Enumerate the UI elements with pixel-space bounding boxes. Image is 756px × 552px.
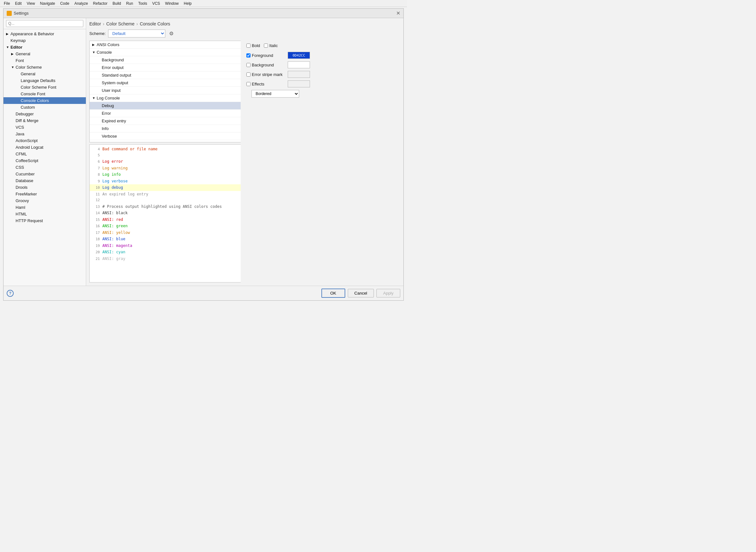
- color-tree-ansi[interactable]: ▶ ANSI Colors: [90, 41, 241, 49]
- sidebar-item-cs-font[interactable]: Color Scheme Font: [3, 84, 86, 91]
- menu-edit[interactable]: Edit: [12, 1, 24, 6]
- apply-button[interactable]: Apply: [376, 289, 400, 297]
- arrow-icon: [11, 146, 16, 149]
- menu-tools[interactable]: Tools: [136, 1, 150, 6]
- color-tree-log-console[interactable]: ▼ Log Console: [90, 94, 241, 102]
- effects-style-select[interactable]: Bordered Underline Bold Underline Strike…: [251, 90, 299, 98]
- foreground-checkbox[interactable]: [246, 53, 251, 57]
- sidebar-item-vcs[interactable]: VCS: [3, 124, 86, 131]
- color-tree-user-input[interactable]: User input: [90, 87, 241, 94]
- color-tree-error-output[interactable]: Error output: [90, 64, 241, 72]
- menu-refactor[interactable]: Refactor: [91, 1, 110, 6]
- menu-navigate[interactable]: Navigate: [37, 1, 57, 6]
- color-tree-system-output[interactable]: System output: [90, 79, 241, 87]
- sidebar-item-label: HTML: [16, 212, 27, 217]
- color-tree-background[interactable]: Background: [90, 56, 241, 64]
- color-tree-warning[interactable]: Warning: [90, 140, 241, 142]
- color-tree-info[interactable]: Info: [90, 125, 241, 133]
- menu-code[interactable]: Code: [57, 1, 72, 6]
- help-button[interactable]: ?: [7, 290, 14, 297]
- sidebar-item-css[interactable]: CSS: [3, 164, 86, 171]
- sidebar-item-actionscript[interactable]: ActionScript: [3, 137, 86, 144]
- color-tree-console[interactable]: ▼ Console: [90, 49, 241, 56]
- preview-text: Log error: [102, 159, 123, 164]
- sidebar-item-cfml[interactable]: CFML: [3, 151, 86, 157]
- color-tree-expired-entry[interactable]: Expired entry: [90, 117, 241, 125]
- sidebar-item-label: Language Defaults: [21, 78, 55, 83]
- sidebar-item-debugger[interactable]: Debugger: [3, 111, 86, 117]
- scheme-select[interactable]: Default Classic Light Darcula High contr…: [108, 29, 165, 37]
- background-label[interactable]: Background: [246, 62, 288, 67]
- color-tree-label: System output: [102, 81, 128, 85]
- sidebar-item-database[interactable]: Database: [3, 177, 86, 184]
- menu-help[interactable]: Help: [181, 1, 194, 6]
- dialog-body: ▶ Appearance & Behavior Keymap ▼ Editor …: [3, 18, 403, 286]
- preview-scroll[interactable]: 4 Bad command or file name 5 6 Log error: [90, 145, 241, 282]
- sidebar-item-console-font[interactable]: Console Font: [3, 91, 86, 97]
- sidebar-item-label: Keymap: [10, 38, 26, 43]
- sidebar-item-label: CSS: [16, 165, 24, 170]
- preview-line: 14 ANSI: black: [90, 210, 241, 217]
- sidebar-item-font[interactable]: Font: [3, 57, 86, 64]
- bold-checkbox[interactable]: [246, 43, 251, 48]
- sidebar-item-cs-general[interactable]: General: [3, 71, 86, 77]
- sidebar-item-diff-merge[interactable]: Diff & Merge: [3, 117, 86, 124]
- color-tree-label: Standard output: [102, 73, 131, 78]
- color-tree-standard-output[interactable]: Standard output: [90, 72, 241, 79]
- error-stripe-label[interactable]: Error stripe mark: [246, 72, 288, 77]
- sidebar-item-color-scheme[interactable]: ▼ Color Scheme: [3, 64, 86, 71]
- color-tree-error[interactable]: Error: [90, 110, 241, 117]
- background-color-swatch[interactable]: [288, 61, 310, 68]
- scheme-gear-button[interactable]: ⚙: [168, 30, 175, 37]
- sidebar-item-editor[interactable]: ▼ Editor: [3, 44, 86, 50]
- effects-label[interactable]: Effects: [246, 82, 288, 87]
- arrow-icon: [97, 66, 102, 69]
- menu-analyze[interactable]: Analyze: [72, 1, 91, 6]
- line-number: 17: [91, 231, 100, 236]
- sidebar-item-cucumber[interactable]: Cucumber: [3, 171, 86, 177]
- preview-text: Log verbose: [102, 178, 127, 184]
- menu-window[interactable]: Window: [162, 1, 181, 6]
- sidebar-item-http-request[interactable]: HTTP Request: [3, 218, 86, 224]
- arrow-icon: [97, 112, 102, 115]
- background-checkbox[interactable]: [246, 63, 251, 67]
- sidebar-item-groovy[interactable]: Groovy: [3, 197, 86, 204]
- menu-file[interactable]: File: [1, 1, 12, 6]
- menu-run[interactable]: Run: [124, 1, 136, 6]
- menu-build[interactable]: Build: [110, 1, 124, 6]
- sidebar-item-console-colors[interactable]: Console Colors: [3, 97, 86, 104]
- bold-checkbox-label[interactable]: Bold: [246, 43, 260, 48]
- sidebar-item-keymap[interactable]: Keymap: [3, 37, 86, 44]
- sidebar-item-general[interactable]: ▶ General: [3, 50, 86, 57]
- italic-checkbox-label[interactable]: Italic: [264, 43, 278, 48]
- sidebar-item-java[interactable]: Java: [3, 131, 86, 137]
- sidebar-item-android-logcat[interactable]: Android Logcat: [3, 144, 86, 151]
- sidebar-item-freemarker[interactable]: FreeMarker: [3, 191, 86, 197]
- error-stripe-color-swatch[interactable]: [288, 71, 310, 78]
- effects-color-swatch[interactable]: [288, 81, 310, 88]
- cancel-button[interactable]: Cancel: [348, 289, 374, 297]
- preview-line: 15 ANSI: red: [90, 217, 241, 223]
- sidebar-item-drools[interactable]: Drools: [3, 184, 86, 191]
- arrow-icon: ▼: [92, 96, 97, 100]
- error-stripe-checkbox[interactable]: [246, 73, 251, 77]
- color-tree-debug[interactable]: Debug: [90, 102, 241, 110]
- dialog-close-button[interactable]: ✕: [396, 10, 400, 16]
- sidebar-item-language-defaults[interactable]: Language Defaults: [3, 77, 86, 84]
- sidebar-item-haml[interactable]: Haml: [3, 204, 86, 211]
- italic-checkbox[interactable]: [264, 43, 268, 48]
- sidebar-item-coffeescript[interactable]: CoffeeScript: [3, 157, 86, 164]
- color-tree-verbose[interactable]: Verbose: [90, 133, 241, 140]
- effects-checkbox[interactable]: [246, 82, 251, 86]
- foreground-label[interactable]: Foreground: [246, 53, 288, 58]
- sidebar-item-appearance[interactable]: ▶ Appearance & Behavior: [3, 30, 86, 37]
- line-number: 4: [91, 147, 100, 152]
- ok-button[interactable]: OK: [322, 289, 345, 298]
- sidebar-item-html[interactable]: HTML: [3, 211, 86, 218]
- sidebar-item-custom[interactable]: Custom: [3, 104, 86, 111]
- menu-view[interactable]: View: [24, 1, 37, 6]
- foreground-color-swatch[interactable]: 0D42CC: [288, 52, 310, 59]
- menu-vcs[interactable]: VCS: [150, 1, 163, 6]
- arrow-icon: [16, 72, 21, 76]
- search-input[interactable]: [6, 20, 83, 27]
